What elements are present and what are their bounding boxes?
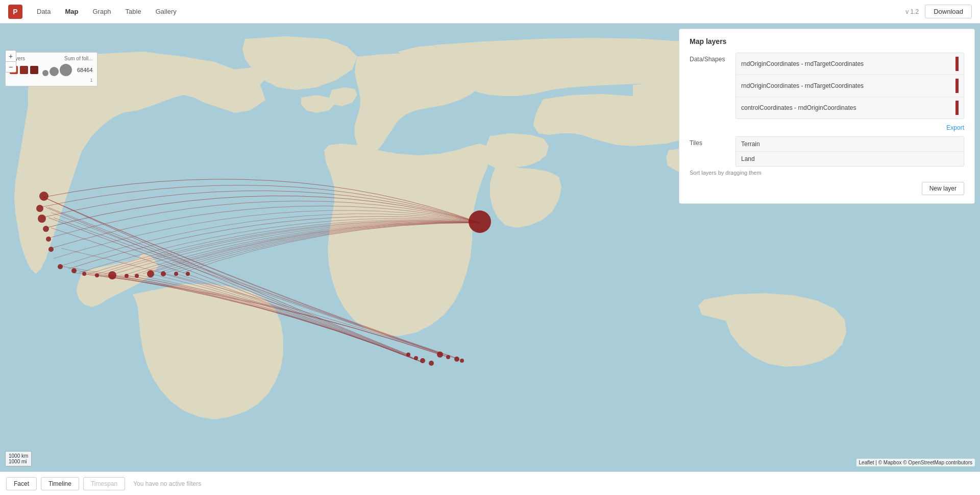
svg-point-15: [147, 270, 154, 277]
svg-point-22: [429, 361, 434, 366]
svg-point-1: [469, 210, 491, 233]
svg-point-4: [38, 215, 46, 223]
layer-1-color: [955, 57, 959, 71]
new-layer-button[interactable]: New layer: [922, 182, 964, 195]
svg-point-20: [414, 356, 418, 360]
layer-item-3[interactable]: controlCoordinates - rndOriginCoordinate…: [736, 97, 964, 119]
layer-item-1[interactable]: rndOriginCoordinates - rndTargetCoordina…: [736, 53, 964, 75]
legend-circle-small: [42, 70, 48, 76]
nav-data[interactable]: Data: [31, 6, 57, 17]
sum-label: Sum of foll...: [64, 56, 93, 61]
timeline-button[interactable]: Timeline: [41, 477, 79, 490]
svg-point-17: [174, 272, 178, 276]
layer-3-label: controlCoordinates - rndOriginCoordinate…: [741, 104, 856, 111]
zoom-out-button[interactable]: −: [5, 61, 16, 73]
svg-point-26: [460, 359, 464, 363]
svg-point-2: [39, 192, 48, 201]
panel-title: Map layers: [690, 37, 964, 45]
layer-2-label: rndOriginCoordinates - rndTargetCoordina…: [741, 82, 864, 89]
svg-point-21: [420, 358, 425, 363]
map-layers-panel: Map layers Data/Shapes rndOriginCoordina…: [679, 29, 975, 204]
drag-hint: Sort layers by dragging them: [690, 170, 964, 176]
map-attribution: Leaflet | © Mapbox © OpenStreetMap contr…: [856, 459, 975, 466]
legend-color-2: [20, 66, 28, 74]
tiles-section: Tiles Terrain Land: [690, 136, 964, 167]
version-label: v 1.2: [905, 8, 919, 15]
layer-3-color: [955, 101, 959, 115]
zoom-controls: + −: [5, 50, 16, 73]
svg-point-6: [46, 237, 51, 242]
layer-2-color: [955, 79, 959, 93]
svg-point-19: [406, 352, 410, 357]
legend-color-3: [30, 66, 38, 74]
legend-max-value: 68464: [77, 67, 93, 73]
tile-terrain[interactable]: Terrain: [736, 137, 964, 152]
zoom-in-button[interactable]: +: [5, 50, 16, 61]
facet-button[interactable]: Facet: [6, 477, 37, 490]
legend-circles: [42, 64, 72, 76]
tile-land[interactable]: Land: [736, 152, 964, 166]
svg-point-13: [125, 274, 129, 278]
svg-point-5: [43, 226, 49, 232]
no-filters-label: You have no active filters: [133, 480, 201, 487]
svg-point-3: [36, 205, 43, 212]
svg-point-14: [135, 274, 139, 278]
top-navigation: P Data Map Graph Table Gallery v 1.2 Dow…: [0, 0, 980, 23]
tile-items: Terrain Land: [736, 136, 964, 167]
svg-point-12: [108, 271, 116, 279]
svg-point-16: [161, 271, 166, 276]
legend-circle-medium: [50, 67, 59, 76]
layer-1-label: rndOriginCoordinates - rndTargetCoordina…: [741, 60, 864, 67]
new-layer-row: New layer: [690, 182, 964, 195]
layer-items: rndOriginCoordinates - rndTargetCoordina…: [736, 53, 964, 119]
data-shapes-section: Data/Shapes rndOriginCoordinates - rndTa…: [690, 53, 964, 119]
svg-point-7: [48, 247, 54, 252]
timespan-button[interactable]: Timespan: [83, 477, 125, 490]
nav-table[interactable]: Table: [119, 6, 148, 17]
export-link[interactable]: Export: [690, 124, 964, 131]
nav-links: Data Map Graph Table Gallery: [31, 6, 905, 17]
scale-km: 1000 km: [9, 453, 28, 459]
legend-min-value: 1: [10, 78, 93, 83]
legend-circle-large: [60, 64, 72, 76]
scale-mi: 1000 mi: [9, 459, 28, 464]
nav-gallery[interactable]: Gallery: [150, 6, 183, 17]
layer-item-2[interactable]: rndOriginCoordinates - rndTargetCoordina…: [736, 75, 964, 97]
data-shapes-label: Data/Shapes: [690, 53, 736, 119]
legend-panel: Layers Sum of foll... 68464 1: [5, 52, 97, 86]
app-logo: P: [8, 5, 22, 19]
nav-map[interactable]: Map: [59, 6, 84, 17]
download-button[interactable]: Download: [925, 5, 972, 18]
map-container[interactable]: Layers Sum of foll... 68464 1 + − Map la…: [0, 23, 980, 472]
bottom-bar: Facet Timeline Timespan You have no acti…: [0, 472, 980, 495]
nav-graph[interactable]: Graph: [86, 6, 117, 17]
tiles-label: Tiles: [690, 136, 736, 167]
svg-point-23: [437, 351, 443, 358]
svg-point-25: [454, 357, 459, 362]
svg-point-9: [71, 268, 77, 273]
svg-point-8: [58, 264, 63, 269]
svg-point-11: [95, 273, 99, 277]
scale-bar: 1000 km 1000 mi: [5, 451, 32, 466]
svg-point-24: [446, 355, 450, 359]
svg-point-10: [82, 272, 86, 276]
nav-right: v 1.2 Download: [905, 5, 972, 18]
svg-point-18: [186, 272, 190, 276]
